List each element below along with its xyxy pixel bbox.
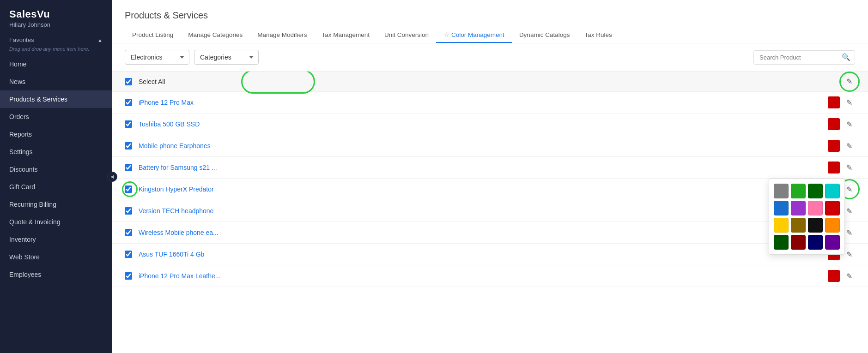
product-checkbox-4[interactable] bbox=[125, 164, 132, 171]
page-title: Products & Services bbox=[125, 10, 855, 21]
color-swatch bbox=[828, 96, 840, 108]
color-cell[interactable] bbox=[791, 218, 806, 233]
product-list: Select All ✎ iPhone 12 Pro Max✎Toshiba 5… bbox=[112, 72, 868, 353]
product-name[interactable]: Toshiba 500 GB SSD bbox=[139, 120, 828, 128]
table-row: Kingston HyperX Predator✎ bbox=[112, 179, 868, 200]
color-cell[interactable] bbox=[825, 184, 840, 198]
color-swatch bbox=[828, 118, 840, 130]
select-all-row: Select All ✎ bbox=[112, 72, 868, 92]
favorites-section[interactable]: Favorites ▲ bbox=[0, 32, 112, 45]
edit-button-8[interactable]: ✎ bbox=[844, 249, 855, 260]
tabs-container: Product ListingManage CategoriesManage M… bbox=[125, 27, 855, 43]
user-name: Hillary Johnson bbox=[9, 21, 103, 28]
drag-hint: Drag and drop any menu item here. bbox=[0, 45, 112, 55]
product-name[interactable]: Mobile phone Earphones bbox=[139, 142, 828, 150]
product-name[interactable]: Kingston HyperX Predator bbox=[139, 185, 828, 193]
color-cell[interactable] bbox=[791, 201, 806, 215]
product-name[interactable]: Version TECH headphone bbox=[139, 207, 828, 215]
edit-button-3[interactable]: ✎ bbox=[844, 141, 855, 151]
search-input[interactable] bbox=[753, 50, 855, 65]
filter-dropdown[interactable]: CategoriesAll Products bbox=[194, 50, 259, 65]
table-row: Version TECH headphone✎ bbox=[112, 200, 868, 222]
sidebar-item-web-store[interactable]: Web Store bbox=[0, 248, 112, 266]
color-swatch bbox=[828, 140, 840, 152]
color-cell[interactable] bbox=[774, 235, 789, 250]
sidebar-item-news[interactable]: News bbox=[0, 73, 112, 90]
table-row: Asus TUF 1660Ti 4 Gb✎ bbox=[112, 244, 868, 265]
table-row: Wireless Mobile phone ea...✎ bbox=[112, 222, 868, 244]
search-container: 🔍 bbox=[753, 50, 855, 65]
sidebar-item-gift-card[interactable]: Gift Card bbox=[0, 178, 112, 196]
sidebar-collapse-button[interactable]: ◀ bbox=[107, 172, 117, 182]
tab-manage-modifiers[interactable]: Manage Modifiers bbox=[250, 28, 314, 43]
color-picker-popup bbox=[769, 179, 845, 255]
product-checkbox-5[interactable] bbox=[125, 185, 132, 193]
sidebar-item-employees[interactable]: Employees bbox=[0, 266, 112, 283]
color-cell[interactable] bbox=[791, 235, 806, 250]
select-all-checkbox[interactable] bbox=[125, 78, 132, 85]
product-checkbox-8[interactable] bbox=[125, 251, 132, 258]
product-checkbox-3[interactable] bbox=[125, 142, 132, 150]
tab-manage-categories[interactable]: Manage Categories bbox=[181, 28, 250, 43]
tab-unit-conversion[interactable]: Unit Conversion bbox=[377, 28, 436, 43]
color-cell[interactable] bbox=[825, 201, 840, 215]
product-checkbox-2[interactable] bbox=[125, 120, 132, 128]
product-name[interactable]: Asus TUF 1660Ti 4 Gb bbox=[139, 251, 828, 258]
color-swatch bbox=[828, 270, 840, 282]
sidebar-brand: SalesVu Hillary Johnson bbox=[0, 0, 112, 32]
sidebar-item-quote-invoicing[interactable]: Quote & Invoicing bbox=[0, 213, 112, 231]
color-cell[interactable] bbox=[808, 235, 823, 250]
tab-dynamic-catalogs[interactable]: Dynamic Catalogs bbox=[512, 28, 577, 43]
sidebar-item-orders[interactable]: Orders bbox=[0, 108, 112, 126]
favorites-label: Favorites bbox=[9, 36, 34, 43]
table-row: iPhone 12 Pro Max Leathe...✎ bbox=[112, 265, 868, 287]
color-cell[interactable] bbox=[774, 218, 789, 233]
search-icon: 🔍 bbox=[842, 53, 850, 61]
sidebar-item-inventory[interactable]: Inventory bbox=[0, 231, 112, 248]
product-checkbox-6[interactable] bbox=[125, 207, 132, 215]
sidebar-item-settings[interactable]: Settings bbox=[0, 143, 112, 161]
product-name[interactable]: Wireless Mobile phone ea... bbox=[139, 229, 828, 236]
table-row: Toshiba 500 GB SSD✎ bbox=[112, 114, 868, 135]
edit-button-2[interactable]: ✎ bbox=[844, 119, 855, 130]
color-cell[interactable] bbox=[774, 184, 789, 198]
color-swatch bbox=[828, 162, 840, 174]
edit-button-5[interactable]: ✎ bbox=[844, 184, 855, 195]
tab-tax-rules[interactable]: Tax Rules bbox=[577, 28, 619, 43]
color-cell[interactable] bbox=[808, 201, 823, 215]
product-checkbox-1[interactable] bbox=[125, 99, 132, 106]
edit-button-9[interactable]: ✎ bbox=[844, 271, 855, 281]
sidebar-item-products-services[interactable]: Products & Services bbox=[0, 90, 112, 108]
select-all-edit-button[interactable]: ✎ bbox=[844, 76, 855, 87]
tab-product-listing[interactable]: Product Listing bbox=[125, 28, 181, 43]
brand-name: SalesVu bbox=[9, 8, 103, 20]
product-name[interactable]: Battery for Samsung s21 ... bbox=[139, 164, 828, 171]
color-cell[interactable] bbox=[808, 218, 823, 233]
product-checkbox-9[interactable] bbox=[125, 272, 132, 280]
tab-tax-management[interactable]: Tax Management bbox=[314, 28, 377, 43]
edit-button-4[interactable]: ✎ bbox=[844, 162, 855, 173]
tab-color-management[interactable]: ☆Color Management bbox=[436, 27, 512, 43]
product-name[interactable]: iPhone 12 Pro Max bbox=[139, 99, 828, 106]
sidebar-item-discounts[interactable]: Discounts bbox=[0, 161, 112, 178]
page-header: Products & Services Product ListingManag… bbox=[112, 0, 868, 43]
sidebar-item-home[interactable]: Home bbox=[0, 55, 112, 73]
color-cell[interactable] bbox=[791, 184, 806, 198]
table-row: iPhone 12 Pro Max✎ bbox=[112, 92, 868, 114]
sidebar-item-recurring-billing[interactable]: Recurring Billing bbox=[0, 196, 112, 213]
product-checkbox-7[interactable] bbox=[125, 229, 132, 236]
color-cell[interactable] bbox=[774, 201, 789, 215]
edit-button-7[interactable]: ✎ bbox=[844, 227, 855, 238]
color-cell[interactable] bbox=[808, 184, 823, 198]
star-icon: ☆ bbox=[443, 31, 449, 38]
category-dropdown[interactable]: ElectronicsClothingFoodBeverages bbox=[125, 50, 189, 65]
edit-button-1[interactable]: ✎ bbox=[844, 97, 855, 108]
product-name[interactable]: iPhone 12 Pro Max Leathe... bbox=[139, 272, 828, 280]
sidebar-item-reports[interactable]: Reports bbox=[0, 126, 112, 143]
toolbar: ElectronicsClothingFoodBeverages Categor… bbox=[112, 43, 868, 72]
color-cell[interactable] bbox=[825, 218, 840, 233]
favorites-chevron-icon: ▲ bbox=[97, 37, 103, 43]
edit-button-6[interactable]: ✎ bbox=[844, 206, 855, 216]
color-cell[interactable] bbox=[825, 235, 840, 250]
table-row: Mobile phone Earphones✎ bbox=[112, 135, 868, 157]
